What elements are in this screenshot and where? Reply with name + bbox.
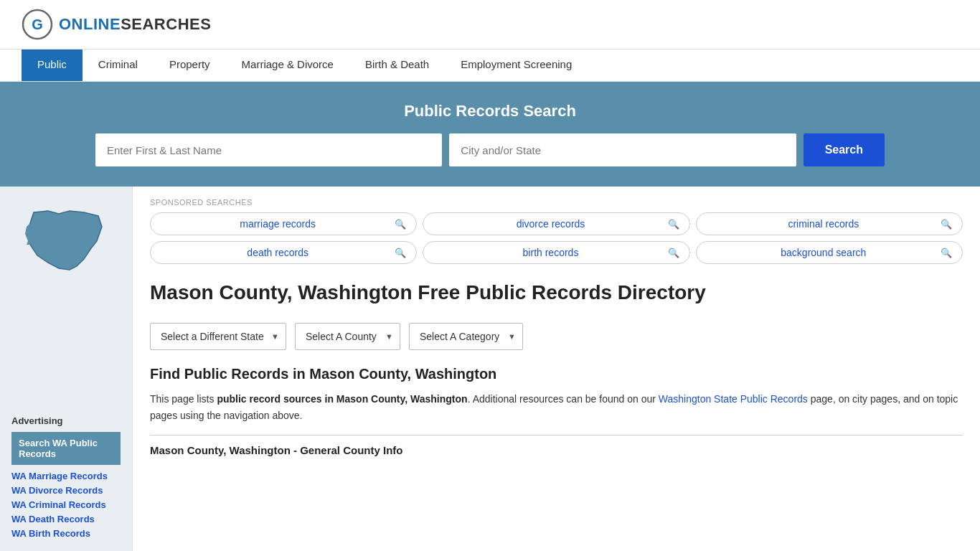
sidebar-ad-title: Advertising — [11, 415, 121, 426]
county-info-title: Mason County, Washington - General Count… — [150, 444, 963, 456]
main-wrapper: Advertising Search WA Public Records WA … — [0, 187, 980, 551]
svg-text:G: G — [32, 17, 43, 32]
nav-item-birth[interactable]: Birth & Death — [349, 50, 445, 81]
content-area: SPONSORED SEARCHES marriage records 🔍 di… — [133, 187, 980, 551]
nav-item-criminal[interactable]: Criminal — [83, 50, 154, 81]
header: G ONLINESEARCHES — [0, 0, 980, 50]
washington-map-icon — [19, 205, 113, 284]
sidebar: Advertising Search WA Public Records WA … — [0, 187, 133, 551]
name-input[interactable] — [95, 133, 442, 166]
search-icon-divorce: 🔍 — [668, 219, 679, 230]
find-description: This page lists public record sources in… — [150, 391, 963, 423]
logo-text: ONLINESEARCHES — [59, 15, 211, 34]
svg-marker-3 — [25, 223, 30, 245]
search-icon-background: 🔍 — [941, 248, 952, 258]
nav-item-employment[interactable]: Employment Screening — [445, 50, 588, 81]
search-button[interactable]: Search — [804, 133, 885, 166]
sidebar-link-divorce[interactable]: WA Divorce Records — [11, 485, 121, 496]
svg-marker-2 — [27, 211, 102, 270]
nav-item-marriage[interactable]: Marriage & Divorce — [226, 50, 349, 81]
nav-item-property[interactable]: Property — [154, 50, 226, 81]
sidebar-link-marriage[interactable]: WA Marriage Records — [11, 471, 121, 481]
sponsored-label: SPONSORED SEARCHES — [150, 198, 963, 207]
wa-public-records-link[interactable]: Washington State Public Records — [659, 393, 808, 405]
search-form: Search — [95, 133, 885, 166]
sidebar-link-birth[interactable]: WA Birth Records — [11, 528, 121, 539]
sidebar-link-criminal[interactable]: WA Criminal Records — [11, 499, 121, 510]
sponsored-tag-marriage[interactable]: marriage records 🔍 — [150, 212, 417, 235]
sponsored-grid: marriage records 🔍 divorce records 🔍 cri… — [150, 212, 963, 264]
main-nav: Public Criminal Property Marriage & Divo… — [0, 50, 980, 82]
page-heading: Mason County, Washington Free Public Rec… — [150, 280, 963, 306]
dropdowns-row: Select a Different State Select A County… — [150, 323, 963, 350]
sidebar-link-death[interactable]: WA Death Records — [11, 514, 121, 524]
sponsored-tag-divorce[interactable]: divorce records 🔍 — [423, 212, 689, 235]
logo: G ONLINESEARCHES — [22, 9, 211, 40]
location-input[interactable] — [449, 133, 796, 166]
search-icon-criminal: 🔍 — [941, 219, 952, 230]
category-dropdown[interactable]: Select A Category — [409, 323, 523, 350]
sidebar-ad-highlight[interactable]: Search WA Public Records — [11, 432, 121, 465]
search-banner-title: Public Records Search — [22, 102, 958, 121]
county-dropdown-wrapper: Select A County — [295, 323, 400, 350]
sponsored-tag-birth[interactable]: birth records 🔍 — [423, 241, 689, 264]
state-dropdown-wrapper: Select a Different State — [150, 323, 286, 350]
find-title: Find Public Records in Mason County, Was… — [150, 366, 963, 382]
sponsored-tag-background[interactable]: background search 🔍 — [696, 241, 963, 264]
search-banner: Public Records Search Search — [0, 82, 980, 187]
section-divider — [150, 435, 963, 435]
search-icon-birth: 🔍 — [668, 248, 679, 258]
state-dropdown[interactable]: Select a Different State — [150, 323, 286, 350]
county-dropdown[interactable]: Select A County — [295, 323, 400, 350]
search-icon-marriage: 🔍 — [395, 219, 406, 230]
sponsored-tag-criminal[interactable]: criminal records 🔍 — [696, 212, 963, 235]
search-icon-death: 🔍 — [395, 248, 406, 258]
nav-item-public[interactable]: Public — [22, 50, 83, 81]
category-dropdown-wrapper: Select A Category — [409, 323, 523, 350]
logo-icon: G — [22, 9, 53, 40]
sponsored-tag-death[interactable]: death records 🔍 — [150, 241, 417, 264]
sidebar-map — [11, 205, 121, 286]
